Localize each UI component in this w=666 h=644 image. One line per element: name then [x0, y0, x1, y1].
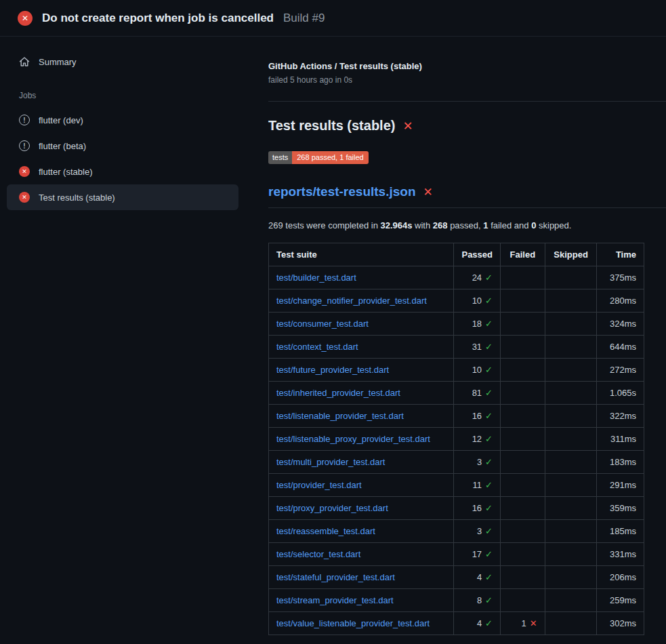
check-icon: ✓ — [485, 411, 493, 421]
badge-label: tests — [268, 151, 292, 164]
suite-link[interactable]: test/value_listenable_provider_test.dart — [276, 618, 430, 628]
suite-link[interactable]: test/builder_test.dart — [276, 273, 356, 283]
count-value: 4 — [477, 572, 482, 582]
table-row: test/inherited_provider_test.dart 81✓ 1.… — [269, 382, 644, 405]
table-row: test/value_listenable_provider_test.dart… — [269, 612, 644, 635]
summary-with: with — [412, 220, 432, 230]
job-label: Test results (stable) — [39, 193, 115, 203]
count-value: 16 — [472, 411, 482, 421]
sidebar-item-summary[interactable]: Summary — [7, 50, 238, 73]
failed-cell — [501, 359, 545, 382]
passed-cell: 10✓ — [454, 359, 501, 382]
passed-cell: 16✓ — [454, 497, 501, 520]
suite-cell: test/selector_test.dart — [269, 543, 454, 566]
failed-cell — [501, 451, 545, 474]
check-icon: ✓ — [485, 434, 493, 444]
suite-cell: test/value_listenable_provider_test.dart — [269, 612, 454, 635]
time-cell: 331ms — [597, 543, 644, 566]
check-icon: ✓ — [485, 319, 493, 329]
check-icon: ✓ — [485, 572, 493, 582]
failed-x-icon: ✕ — [423, 185, 433, 199]
suite-link[interactable]: test/reassemble_test.dart — [276, 526, 375, 536]
skipped-cell — [545, 313, 597, 336]
neutral-status-icon: ! — [19, 140, 30, 151]
table-row: test/change_notifier_provider_test.dart … — [269, 289, 644, 313]
suite-link[interactable]: test/provider_test.dart — [276, 480, 362, 490]
report-file-link[interactable]: reports/test-results.json — [268, 184, 416, 199]
suite-cell: test/inherited_provider_test.dart — [269, 382, 454, 405]
skipped-cell — [545, 543, 597, 566]
count-value: 81 — [472, 388, 482, 398]
failed-cell — [501, 589, 545, 612]
summary-skipped-word: skipped. — [536, 220, 571, 230]
count-value: 24 — [472, 273, 482, 283]
summary-failed-word: failed and — [488, 220, 532, 230]
run-title: Do not create report when job is cancell… — [42, 12, 274, 25]
table-row: test/proxy_provider_test.dart 16✓ 359ms — [269, 497, 644, 520]
suite-link[interactable]: test/multi_provider_test.dart — [276, 457, 385, 467]
table-header-row: Test suite Passed Failed Skipped Time — [269, 243, 644, 266]
passed-cell: 3✓ — [454, 451, 501, 474]
sidebar-item-flutter-stable[interactable]: ✕ flutter (stable) — [7, 159, 238, 184]
job-label: flutter (beta) — [39, 141, 86, 151]
table-row: test/future_provider_test.dart 10✓ 272ms — [269, 359, 644, 382]
skipped-cell — [545, 382, 597, 405]
suite-cell: test/stateful_provider_test.dart — [269, 566, 454, 589]
x-icon: ✕ — [530, 618, 537, 628]
suite-link[interactable]: test/selector_test.dart — [276, 549, 360, 559]
suite-cell: test/provider_test.dart — [269, 474, 454, 497]
passed-cell: 3✓ — [454, 520, 501, 543]
time-cell: 302ms — [597, 612, 644, 635]
suite-link[interactable]: test/stream_provider_test.dart — [276, 595, 394, 605]
count-value: 8 — [477, 595, 482, 605]
run-status-text: failed 5 hours ago in 0s — [268, 75, 666, 85]
check-icon: ✓ — [485, 549, 493, 559]
passed-cell: 18✓ — [454, 313, 501, 336]
report-heading: reports/test-results.json ✕ — [268, 184, 666, 208]
failed-status-icon: ✕ — [18, 11, 33, 26]
check-icon: ✓ — [485, 342, 493, 352]
table-row: test/stateful_provider_test.dart 4✓ 206m… — [269, 566, 644, 589]
suite-link[interactable]: test/context_test.dart — [276, 342, 358, 352]
suite-cell: test/change_notifier_provider_test.dart — [269, 289, 454, 313]
suite-link[interactable]: test/stateful_provider_test.dart — [276, 572, 395, 582]
summary-duration: 32.964s — [380, 220, 412, 230]
failed-cell — [501, 474, 545, 497]
passed-cell: 11✓ — [454, 474, 501, 497]
table-row: test/listenable_proxy_provider_test.dart… — [269, 428, 644, 451]
sidebar-item-flutter-beta[interactable]: ! flutter (beta) — [7, 133, 238, 159]
divider — [268, 101, 666, 102]
count-value: 4 — [477, 618, 482, 628]
count-value: 3 — [477, 457, 482, 467]
table-row: test/provider_test.dart 11✓ 291ms — [269, 474, 644, 497]
suite-link[interactable]: test/listenable_provider_test.dart — [276, 411, 404, 421]
table-row: test/listenable_provider_test.dart 16✓ 3… — [269, 405, 644, 428]
failed-cell — [501, 336, 545, 359]
time-cell: 206ms — [597, 566, 644, 589]
count-value: 16 — [472, 503, 482, 513]
test-results-body: test/builder_test.dart 24✓ 375ms test/ch… — [269, 266, 644, 635]
suite-link[interactable]: test/inherited_provider_test.dart — [276, 388, 400, 398]
skipped-cell — [545, 428, 597, 451]
suite-cell: test/stream_provider_test.dart — [269, 589, 454, 612]
home-icon — [19, 56, 30, 67]
passed-cell: 4✓ — [454, 612, 501, 635]
table-row: test/builder_test.dart 24✓ 375ms — [269, 266, 644, 289]
sidebar-item-test-results-stable[interactable]: ✕ Test results (stable) — [7, 184, 238, 210]
suite-cell: test/multi_provider_test.dart — [269, 451, 454, 474]
skipped-cell — [545, 451, 597, 474]
time-cell: 644ms — [597, 336, 644, 359]
failed-status-icon: ✕ — [19, 192, 30, 203]
suite-link[interactable]: test/proxy_provider_test.dart — [276, 503, 388, 513]
table-row: test/selector_test.dart 17✓ 331ms — [269, 543, 644, 566]
suite-link[interactable]: test/change_notifier_provider_test.dart — [276, 296, 427, 306]
failed-x-icon: ✕ — [402, 119, 413, 134]
table-row: test/consumer_test.dart 18✓ 324ms — [269, 313, 644, 336]
time-cell: 291ms — [597, 474, 644, 497]
suite-link[interactable]: test/future_provider_test.dart — [276, 365, 389, 375]
skipped-cell — [545, 359, 597, 382]
skipped-cell — [545, 405, 597, 428]
sidebar-item-flutter-dev[interactable]: ! flutter (dev) — [7, 107, 238, 133]
suite-link[interactable]: test/listenable_proxy_provider_test.dart — [276, 434, 430, 444]
suite-link[interactable]: test/consumer_test.dart — [276, 319, 369, 329]
